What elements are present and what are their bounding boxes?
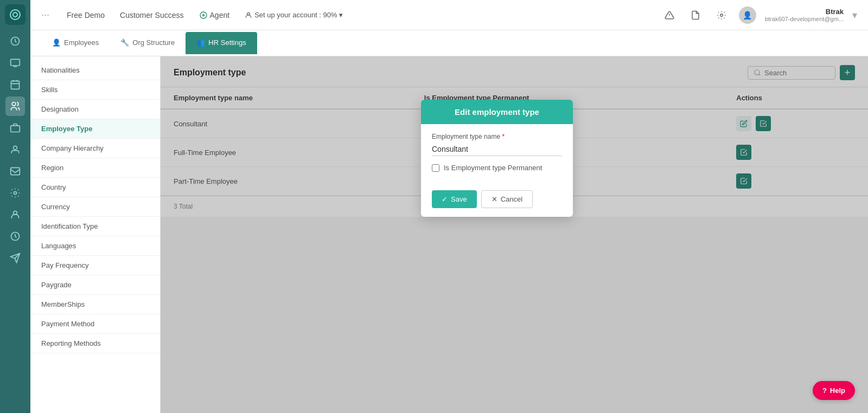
secondary-nav: 👤 Employees 🔧 Org Structure 👥 HR Setting…: [30, 30, 868, 56]
sidebar-icon-briefcase[interactable]: [5, 118, 25, 138]
nav-link-free-demo[interactable]: Free Demo: [67, 11, 105, 20]
edit-employment-type-modal: Edit employment type Employment type nam…: [421, 100, 573, 217]
employment-type-name-input[interactable]: [432, 143, 562, 156]
svg-point-7: [14, 146, 17, 150]
gear-icon-btn[interactable]: [713, 7, 730, 24]
svg-point-16: [720, 14, 723, 16]
menu-item-designation[interactable]: Designation: [30, 100, 160, 119]
modal-save-button[interactable]: ✓ Save: [432, 190, 477, 208]
top-nav-links: Free Demo Customer Success Agent Set up …: [67, 11, 648, 20]
menu-item-payment-method[interactable]: Payment Method: [30, 314, 160, 334]
main-panel: Employment type + Employment type name: [161, 56, 868, 413]
svg-point-0: [10, 10, 20, 20]
menu-item-employee-type[interactable]: Employee Type: [30, 119, 160, 139]
icon-sidebar: [0, 0, 30, 413]
help-button[interactable]: ? Help: [813, 381, 855, 400]
permanent-checkbox-label: Is Employment type Permanent: [444, 164, 542, 172]
sidebar-icon-send[interactable]: [5, 248, 25, 268]
modal-cancel-button[interactable]: ✕ Cancel: [481, 190, 533, 208]
app-logo[interactable]: [5, 4, 25, 25]
menu-item-memberships[interactable]: MemberShips: [30, 295, 160, 314]
nav-link-setup[interactable]: Set up your account : 90% ▾: [245, 11, 343, 19]
form-label-name: Employment type name *: [432, 133, 562, 140]
sidebar-icon-users[interactable]: [5, 140, 25, 159]
nav-expand-icon[interactable]: ▾: [852, 9, 857, 21]
svg-point-1: [13, 12, 17, 17]
sidebar-icon-person[interactable]: [5, 205, 25, 224]
tab-hr-settings[interactable]: 👥 HR Settings: [186, 32, 257, 54]
modal-overlay: Edit employment type Employment type nam…: [161, 56, 868, 413]
checkbox-group-permanent: Is Employment type Permanent: [432, 164, 562, 172]
nav-dots[interactable]: ···: [41, 9, 49, 21]
menu-item-reporting-methods[interactable]: Reporting Methods: [30, 334, 160, 353]
avatar[interactable]: 👤: [739, 7, 756, 24]
svg-rect-4: [11, 81, 20, 89]
modal-body: Employment type name * Is Employment typ…: [421, 124, 573, 186]
tab-employees[interactable]: 👤 Employees: [41, 32, 110, 54]
sidebar-icon-dashboard[interactable]: [5, 31, 25, 51]
form-group-name: Employment type name *: [432, 133, 562, 156]
employees-icon: 👤: [52, 38, 61, 47]
modal-title: Edit employment type: [432, 107, 562, 117]
tab-org-structure[interactable]: 🔧 Org Structure: [110, 32, 186, 54]
required-indicator: *: [502, 133, 505, 140]
svg-rect-6: [11, 126, 20, 132]
help-icon: ?: [822, 386, 827, 395]
alert-icon-btn[interactable]: [661, 7, 678, 24]
menu-item-currency[interactable]: Currency: [30, 197, 160, 217]
permanent-checkbox[interactable]: [432, 164, 439, 172]
menu-item-nationalities[interactable]: Nationalities: [30, 61, 160, 80]
menu-item-company-hierarchy[interactable]: Company Hierarchy: [30, 139, 160, 158]
top-nav: ··· Free Demo Customer Success Agent Set…: [30, 0, 868, 30]
top-nav-right: 👤 Btrak btrak607-development@gm... ▾: [661, 7, 857, 24]
svg-rect-8: [11, 167, 20, 175]
sidebar-icon-tv[interactable]: [5, 53, 25, 73]
sidebar-icon-people[interactable]: [5, 96, 25, 116]
modal-footer: ✓ Save ✕ Cancel: [421, 186, 573, 217]
user-name: Btrak: [826, 8, 844, 16]
menu-item-skills[interactable]: Skills: [30, 80, 160, 100]
menu-item-region[interactable]: Region: [30, 158, 160, 178]
svg-point-9: [14, 192, 17, 195]
menu-item-country[interactable]: Country: [30, 178, 160, 197]
checkmark-icon: ✓: [442, 195, 448, 203]
nav-link-agent[interactable]: Agent: [199, 11, 230, 20]
user-email: btrak607-development@gm...: [765, 16, 844, 22]
nav-link-customer-success[interactable]: Customer Success: [120, 11, 183, 20]
sidebar-icon-clock[interactable]: [5, 227, 25, 246]
user-info: Btrak btrak607-development@gm...: [765, 8, 844, 22]
hr-icon: 👥: [196, 38, 205, 47]
menu-item-identification-type[interactable]: Identification Type: [30, 217, 160, 236]
content-area: Nationalities Skills Designation Employe…: [30, 56, 868, 413]
svg-rect-3: [11, 59, 20, 66]
sidebar-icon-settings[interactable]: [5, 183, 25, 203]
menu-item-languages[interactable]: Languages: [30, 236, 160, 256]
menu-item-pay-frequency[interactable]: Pay Frequency: [30, 256, 160, 275]
svg-point-5: [12, 102, 16, 106]
sidebar-icon-mail[interactable]: [5, 162, 25, 181]
left-menu: Nationalities Skills Designation Employe…: [30, 56, 161, 413]
doc-icon-btn[interactable]: [687, 7, 704, 24]
close-icon: ✕: [492, 195, 497, 203]
menu-item-paygrade[interactable]: Paygrade: [30, 275, 160, 295]
sidebar-icon-calendar[interactable]: [5, 75, 25, 94]
modal-header: Edit employment type: [421, 100, 573, 124]
org-icon: 🔧: [120, 38, 129, 47]
